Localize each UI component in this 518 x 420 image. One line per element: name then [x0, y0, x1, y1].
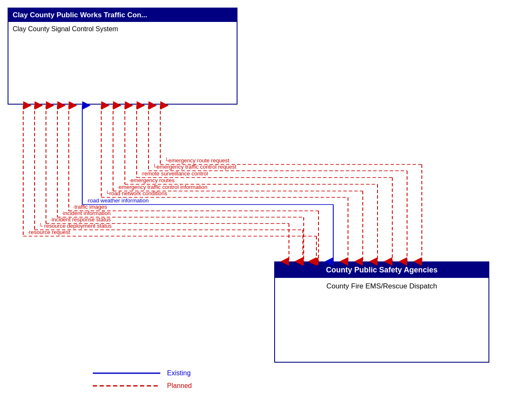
legend: Existing Planned [93, 369, 192, 395]
svg-text:└emergency traffic control req: └emergency traffic control request [153, 164, 237, 170]
left-box-subtitle: Clay County Signal Control System [8, 22, 237, 36]
svg-text:·incident response status: ·incident response status [50, 216, 111, 223]
svg-text:└road network conditions: └road network conditions [105, 190, 167, 197]
legend-line-existing-svg [93, 372, 160, 374]
legend-label-existing: Existing [167, 369, 191, 377]
legend-item-planned: Planned [93, 382, 192, 390]
diagram-container: Clay County Public Works Traffic Con... … [0, 0, 518, 420]
svg-text:└emergency route request: └emergency route request [165, 157, 229, 164]
left-box-header: Clay County Public Works Traffic Con... [8, 8, 237, 22]
right-box-header: County Public Safety Agencies [275, 262, 488, 278]
svg-text:·incident information: ·incident information [62, 210, 111, 216]
right-box-subtitle: County Fire EMS/Rescue Dispatch [275, 278, 488, 295]
svg-text:·emergency routes: ·emergency routes [129, 177, 175, 183]
svg-text:·emergency traffic control inf: ·emergency traffic control information [117, 184, 208, 190]
right-box: County Public Safety Agencies County Fir… [274, 261, 489, 363]
svg-text:·traffic images: ·traffic images [73, 204, 107, 210]
svg-text:·road weather information: ·road weather information [86, 197, 148, 204]
legend-item-existing: Existing [93, 369, 192, 377]
svg-text:·remote surveillance control: ·remote surveillance control [141, 170, 208, 177]
legend-label-planned: Planned [167, 382, 192, 390]
legend-line-planned-svg [93, 385, 160, 387]
svg-text:└ resource deployment status: └ resource deployment status [39, 223, 112, 229]
left-box: Clay County Public Works Traffic Con... … [8, 8, 237, 105]
svg-text:·resource request: ·resource request [27, 229, 70, 235]
